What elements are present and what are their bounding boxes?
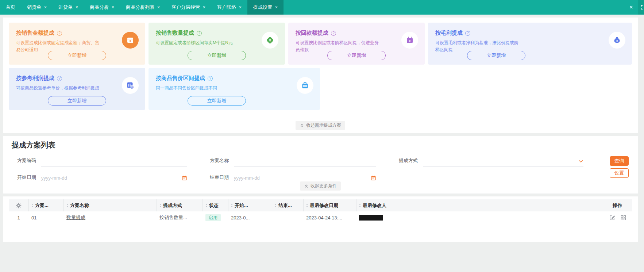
- svg-text:¥: ¥: [269, 38, 271, 42]
- header-spacer: [433, 199, 603, 211]
- add-now-button[interactable]: 立即新增: [188, 51, 246, 60]
- start-date-input[interactable]: [41, 175, 182, 181]
- card-title: 按回款额提成: [296, 30, 328, 37]
- calendar-icon[interactable]: [182, 175, 187, 181]
- card-description: 同一商品不同售价区间提成不同: [156, 85, 240, 92]
- commission-cards-panel: 按销售金额提成 ? 可设置提成比例或固定提成金额；商贸、贸易公司适用 立即新增 …: [3, 18, 638, 133]
- svg-text:¥: ¥: [616, 39, 618, 43]
- cell-start-date: 2023-0...: [228, 215, 272, 221]
- tab-label: 商品分析列表: [126, 4, 154, 11]
- app-root: 首页 销货单 × 进货单 × 商品分析 × 商品分析列表 × 客户分层经营 × …: [0, 0, 644, 272]
- tab-customer-contact[interactable]: 客户联络 ×: [211, 0, 247, 15]
- card-title: 按销售数量提成: [156, 30, 194, 37]
- svg-text:¥: ¥: [129, 39, 131, 43]
- settings-button[interactable]: 设置: [610, 168, 629, 178]
- scheme-name-link[interactable]: 数量提成: [66, 214, 85, 221]
- help-icon[interactable]: ?: [465, 31, 470, 36]
- column-handle-icon: [231, 204, 232, 207]
- help-icon[interactable]: ?: [208, 76, 213, 81]
- add-now-button[interactable]: 立即新增: [48, 51, 106, 60]
- tab-commission-settings[interactable]: 提成设置 ×: [247, 0, 284, 15]
- card-title: 按毛利提成: [435, 30, 463, 37]
- cell-last-modified-by: [356, 215, 433, 221]
- status-badge: 启用: [205, 214, 221, 221]
- scheme-name-input[interactable]: [234, 158, 376, 164]
- card-price-range-commission: 按商品售价区间提成 ? 同一商品不同售价区间提成不同 立即新增: [149, 68, 320, 110]
- wallet-money-icon: ¥: [122, 32, 139, 49]
- shopping-bag-icon: [297, 77, 313, 94]
- end-date-input[interactable]: [234, 175, 371, 181]
- tab-sales-order[interactable]: 销货单 ×: [21, 0, 53, 15]
- tab-close-icon[interactable]: ×: [157, 5, 160, 10]
- close-icon[interactable]: ×: [624, 0, 638, 15]
- fullscreen-icon[interactable]: [638, 0, 644, 15]
- tab-product-analysis-list[interactable]: 商品分析列表 ×: [120, 0, 166, 15]
- calendar-icon[interactable]: [371, 175, 376, 181]
- tab-close-icon[interactable]: ×: [44, 5, 47, 10]
- card-title: 按销售金额提成: [16, 30, 54, 37]
- commission-type-value[interactable]: [423, 158, 578, 164]
- cards-row-1: 按销售金额提成 ? 可设置提成比例或固定提成金额；商贸、贸易公司适用 立即新增 …: [9, 23, 632, 65]
- collapse-more-conditions-button[interactable]: 收起更多条件: [300, 181, 341, 191]
- tab-home[interactable]: 首页: [0, 0, 21, 15]
- tab-close-icon[interactable]: ×: [275, 5, 278, 10]
- yuan-diamond-icon: ¥: [262, 32, 278, 49]
- tab-close-icon[interactable]: ×: [203, 5, 205, 10]
- collapse-add-plans-label: 收起新增提成方案: [306, 122, 341, 129]
- header-last-modified-by[interactable]: 最后修改人: [356, 199, 433, 211]
- cell-status: 启用: [203, 214, 228, 221]
- commission-type-select[interactable]: [423, 156, 583, 166]
- redacted-modifier-name: [359, 215, 383, 221]
- header-last-modified-date[interactable]: 最后修改日期: [303, 199, 356, 211]
- commission-type-label: 提成方式: [399, 157, 418, 166]
- help-icon[interactable]: ?: [57, 76, 62, 81]
- cell-commission-type: 按销售数量...: [157, 214, 203, 221]
- purse-yuan-icon: ¥: [401, 32, 418, 49]
- column-handle-icon: [32, 204, 33, 207]
- collapse-add-plans-button[interactable]: 收起新增提成方案: [296, 121, 345, 130]
- tab-customer-segmentation[interactable]: 客户分层经营 ×: [166, 0, 211, 15]
- tab-label: 提成设置: [253, 4, 272, 11]
- plan-table-panel: 方案... 方案名称 提成方式 状态 开始... 结束...: [3, 196, 638, 242]
- help-icon[interactable]: ?: [197, 31, 202, 36]
- scheme-code-input[interactable]: [41, 158, 187, 164]
- card-gross-profit-commission: 按毛利提成 ? 可设置毛利或者净利为基准，按比例提或阶梯区间提 立即新增 ¥: [428, 23, 632, 65]
- card-title: 按参考利润提成: [16, 75, 54, 82]
- nav-right-controls: ×: [624, 0, 644, 15]
- filter-buttons: 查询 设置: [610, 156, 629, 178]
- header-commission-type[interactable]: 提成方式: [157, 199, 203, 211]
- commission-plan-list-panel: 提成方案列表 方案编码 方案名称 提成方式: [3, 136, 638, 194]
- header-scheme-code[interactable]: 方案...: [28, 199, 63, 211]
- chevron-down-icon[interactable]: [578, 159, 583, 164]
- header-label: 最后修改日期: [310, 202, 338, 209]
- help-icon[interactable]: ?: [331, 31, 336, 36]
- header-label: 最后修改人: [363, 202, 386, 209]
- tab-close-icon[interactable]: ×: [76, 5, 78, 10]
- query-button[interactable]: 查询: [610, 156, 629, 166]
- card-payment-collection-commission: 按回款额提成 ? 可设置按比例提或者阶梯区间提，促进业务员催款 立即新增 ¥: [288, 23, 425, 65]
- tab-product-analysis[interactable]: 商品分析 ×: [84, 0, 120, 15]
- header-scheme-name[interactable]: 方案名称: [63, 199, 157, 211]
- header-status[interactable]: 状态: [203, 199, 228, 211]
- add-now-button[interactable]: 立即新增: [188, 96, 246, 106]
- header-settings[interactable]: [9, 199, 28, 211]
- tab-close-icon[interactable]: ×: [239, 5, 242, 10]
- tab-close-icon[interactable]: ×: [112, 5, 114, 10]
- add-now-button[interactable]: 立即新增: [467, 51, 525, 60]
- tab-label: 客户分层经营: [171, 4, 200, 11]
- header-end-date[interactable]: 结束...: [272, 199, 303, 211]
- table-row[interactable]: 1 01 数量提成 按销售数量... 启用 2023-0... 2023-04-…: [9, 211, 632, 224]
- header-start-date[interactable]: 开始...: [228, 199, 272, 211]
- chart-coin-icon: ¥: [122, 77, 139, 94]
- header-label: 方案...: [35, 202, 49, 209]
- help-icon[interactable]: ?: [57, 31, 62, 36]
- column-handle-icon: [359, 204, 360, 207]
- card-sales-quantity-commission: 按销售数量提成 ? 可设置固定或者阶梯区间每卖M个提N元 立即新增 ¥: [149, 23, 285, 65]
- tab-purchase-order[interactable]: 进货单 ×: [53, 0, 84, 15]
- tab-bar: 首页 销货单 × 进货单 × 商品分析 × 商品分析列表 × 客户分层经营 × …: [0, 0, 644, 15]
- edit-icon[interactable]: [609, 215, 615, 221]
- more-actions-grid-icon[interactable]: [620, 215, 626, 221]
- card-description: 可设置固定或者阶梯区间每卖M个提N元: [156, 39, 240, 46]
- add-now-button[interactable]: 立即新增: [327, 51, 386, 60]
- add-now-button[interactable]: 立即新增: [48, 96, 106, 106]
